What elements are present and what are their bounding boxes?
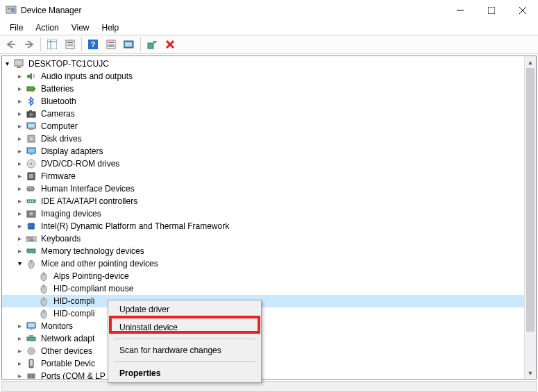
minimize-button[interactable] [444, 0, 476, 21]
expand-icon[interactable]: ▸ [15, 71, 24, 81]
svg-rect-80 [28, 323, 35, 327]
tree-category[interactable]: ▸Memory technology devices [2, 245, 536, 257]
tree-category[interactable]: ▸Bluetooth [2, 95, 536, 108]
tree-category[interactable]: ▸Batteries [2, 83, 536, 95]
scan-hardware-button[interactable] [103, 37, 119, 52]
tree-category[interactable]: ▸?Other devices [2, 345, 536, 357]
statusbar [1, 381, 537, 392]
forward-button[interactable] [21, 37, 37, 52]
menu-file[interactable]: File [4, 22, 28, 34]
svg-rect-63 [28, 239, 34, 241]
collapse-icon[interactable]: ▾ [15, 259, 24, 269]
svg-rect-66 [30, 253, 31, 254]
expand-icon[interactable]: ▸ [15, 121, 24, 131]
menu-action[interactable]: Action [30, 22, 64, 34]
tree-item-label: Portable Devic [40, 357, 96, 370]
expand-icon[interactable]: ▸ [15, 359, 24, 368]
scroll-up-arrow[interactable]: ▲ [525, 56, 536, 68]
context-update-driver[interactable]: Update driver [108, 300, 261, 318]
menu-help[interactable]: Help [96, 22, 125, 34]
expand-icon[interactable]: ▸ [15, 221, 24, 231]
expand-icon[interactable]: ▸ [15, 134, 24, 144]
tree-category[interactable]: ▸IDE ATA/ATAPI controllers [2, 195, 536, 207]
tree-category[interactable]: ▸Portable Devic [2, 357, 536, 370]
help-button[interactable]: ? [85, 37, 101, 52]
expand-icon[interactable]: ▸ [15, 246, 24, 256]
tree-item-label: Computer [40, 120, 79, 133]
svg-rect-26 [15, 60, 23, 66]
expand-icon[interactable]: ▸ [15, 109, 24, 119]
tree-category[interactable]: ▸Imaging devices [2, 207, 536, 220]
context-uninstall-device[interactable]: Uninstall device [108, 318, 261, 336]
tree-item-label: IDE ATA/ATAPI controllers [40, 195, 139, 207]
tree-item-label: Cameras [40, 108, 76, 120]
scroll-down-arrow[interactable]: ▼ [525, 367, 536, 379]
svg-rect-19 [108, 42, 114, 43]
tree-category[interactable]: ▸Cameras [2, 108, 536, 120]
expand-icon[interactable]: ▸ [15, 334, 24, 343]
tree-category[interactable]: ▸DVD/CD-ROM drives [2, 157, 536, 170]
camera-icon [26, 108, 37, 119]
expand-icon[interactable]: ▸ [15, 346, 24, 356]
expand-icon[interactable]: ▸ [15, 171, 24, 181]
expand-icon[interactable]: ▸ [15, 184, 24, 194]
tree-device[interactable]: HID-compli [2, 295, 536, 307]
svg-rect-47 [30, 187, 31, 188]
tree-category[interactable]: ▸Ports (COM & LP [2, 370, 536, 379]
properties-button[interactable] [62, 37, 78, 52]
tree-category[interactable]: ▸Audio inputs and outputs [2, 70, 536, 83]
tree-category[interactable]: ▸Firmware [2, 170, 536, 182]
tree-item-label: Keyboards [40, 232, 82, 245]
tree-item-label: Mice and other pointing devices [40, 257, 160, 270]
tree-category[interactable]: ▸Human Interface Devices [2, 182, 536, 195]
tree-category[interactable]: ▾Mice and other pointing devices [2, 257, 536, 270]
svg-point-53 [30, 212, 33, 216]
window-controls [444, 0, 538, 21]
tree-item-label: Monitors [40, 320, 74, 332]
svg-rect-81 [30, 329, 33, 330]
tree-category[interactable]: ▸Disk drives [2, 133, 536, 145]
tree-device[interactable]: Alps Pointing-device [2, 270, 536, 282]
device-tree[interactable]: ▾DESKTOP-TC1CUJC▸Audio inputs and output… [2, 56, 536, 379]
maximize-button[interactable] [476, 0, 507, 21]
tree-category[interactable]: ▸Network adapt [2, 332, 536, 345]
expand-icon[interactable]: ▸ [15, 196, 24, 206]
tree-category[interactable]: ▸Intel(R) Dynamic Platform and Thermal F… [2, 220, 536, 232]
collapse-icon[interactable]: ▾ [2, 59, 12, 69]
show-hide-tree-button[interactable] [44, 37, 60, 52]
tree-category[interactable]: ▸Computer [2, 120, 536, 133]
expand-icon[interactable]: ▸ [15, 96, 24, 106]
expand-icon[interactable]: ▸ [15, 159, 24, 169]
keyboard-icon [26, 233, 37, 244]
tree-item-label: HID-compli [52, 295, 96, 307]
battery-icon [26, 83, 37, 94]
tree-category[interactable]: ▸Keyboards [2, 232, 536, 245]
expand-icon[interactable]: ▸ [15, 84, 24, 94]
bluetooth-icon [26, 96, 37, 107]
tree-item-label: Intel(R) Dynamic Platform and Thermal Fr… [40, 220, 230, 232]
expand-icon[interactable]: ▸ [15, 371, 24, 379]
uninstall-device-button[interactable] [162, 37, 178, 52]
tree-root[interactable]: ▾DESKTOP-TC1CUJC [2, 58, 536, 70]
tree-device[interactable]: HID-compliant mouse [2, 282, 536, 295]
enable-device-button[interactable] [144, 37, 160, 52]
scroll-thumb[interactable] [526, 68, 535, 332]
context-scan-hardware[interactable]: Scan for hardware changes [108, 341, 261, 359]
tree-item-label: Disk drives [40, 133, 83, 145]
expand-icon[interactable]: ▸ [15, 209, 24, 219]
vertical-scrollbar[interactable]: ▲ ▼ [524, 56, 536, 379]
tree-item-label: Audio inputs and outputs [40, 70, 134, 83]
expand-icon[interactable]: ▸ [15, 234, 24, 244]
menu-view[interactable]: View [66, 22, 95, 34]
svg-rect-67 [32, 253, 33, 254]
back-button[interactable] [3, 37, 19, 52]
tree-category[interactable]: ▸Monitors [2, 320, 536, 332]
update-driver-button[interactable] [121, 37, 137, 52]
tree-item-label: DESKTOP-TC1CUJC [27, 58, 110, 70]
context-properties[interactable]: Properties [108, 364, 261, 382]
expand-icon[interactable]: ▸ [15, 321, 24, 331]
expand-icon[interactable]: ▸ [15, 146, 24, 156]
tree-device[interactable]: HID-compli [2, 307, 536, 320]
tree-category[interactable]: ▸Display adapters [2, 145, 536, 157]
close-button[interactable] [507, 0, 538, 21]
